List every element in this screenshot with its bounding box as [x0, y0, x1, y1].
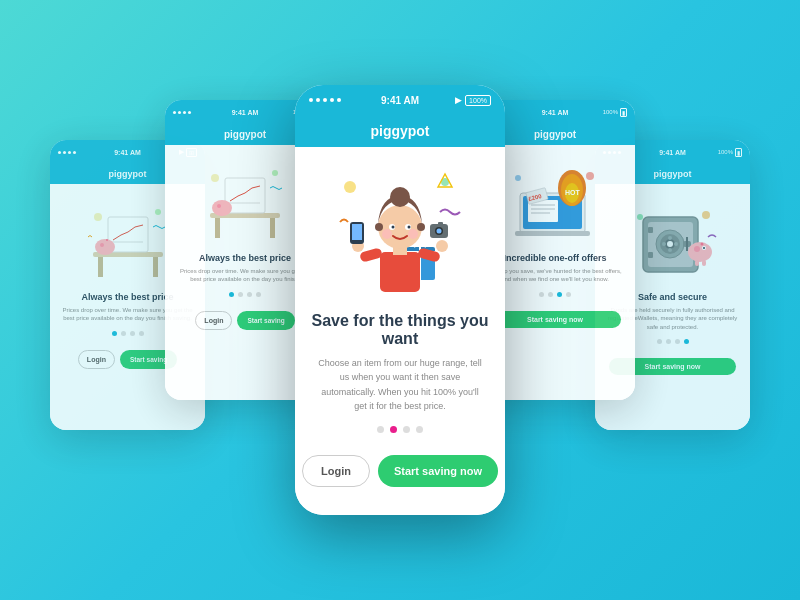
signal-dots	[309, 98, 341, 102]
svg-point-9	[106, 241, 112, 245]
time: 9:41 AM	[232, 109, 259, 116]
svg-point-32	[436, 240, 448, 252]
svg-point-8	[100, 243, 104, 247]
svg-rect-52	[515, 231, 590, 236]
pagination	[539, 292, 571, 297]
svg-rect-81	[695, 260, 699, 266]
svg-rect-44	[352, 224, 362, 240]
svg-text:HOT: HOT	[565, 189, 581, 196]
main-screen-title: Save for the things you want	[310, 312, 490, 348]
svg-point-76	[694, 246, 700, 252]
screen-title: Incredible one-off offers	[503, 253, 606, 263]
svg-point-65	[586, 172, 594, 180]
svg-point-85	[667, 241, 673, 247]
pagination	[229, 292, 261, 297]
main-app-title: piggypot	[295, 115, 505, 147]
svg-point-49	[375, 223, 383, 231]
main-button-area: Login Start saving now	[310, 445, 490, 497]
svg-rect-28	[380, 252, 420, 292]
screen-title: Always the best price	[199, 253, 291, 263]
svg-point-88	[662, 242, 666, 246]
svg-point-40	[408, 226, 411, 229]
svg-point-18	[212, 200, 232, 216]
svg-point-21	[344, 181, 356, 193]
svg-point-50	[417, 223, 425, 231]
svg-point-89	[674, 242, 678, 246]
deals-illustration: £200 HOT	[510, 158, 600, 248]
login-button[interactable]: Login	[195, 311, 232, 330]
svg-rect-4	[153, 257, 158, 277]
battery-icon: 100%	[465, 95, 491, 106]
svg-rect-82	[702, 260, 706, 266]
svg-point-42	[408, 229, 418, 239]
main-illustration	[330, 162, 470, 302]
svg-rect-48	[438, 222, 443, 225]
safe-illustration	[628, 197, 718, 287]
svg-point-80	[703, 247, 705, 249]
svg-point-19	[217, 204, 221, 208]
time: 9:41 AM	[542, 109, 569, 116]
svg-point-47	[437, 229, 442, 234]
main-pagination	[377, 426, 423, 433]
main-status-bar: 9:41 AM ▶ 100%	[295, 85, 505, 115]
svg-rect-15	[270, 218, 275, 238]
svg-point-34	[378, 205, 422, 249]
main-content: Save for the things you want Choose an i…	[295, 147, 505, 515]
pagination	[657, 339, 689, 344]
svg-point-7	[95, 239, 115, 255]
login-button[interactable]: Login	[78, 350, 115, 369]
svg-rect-74	[648, 252, 653, 258]
main-login-button[interactable]: Login	[302, 455, 370, 487]
time: 9:41 AM	[659, 149, 686, 156]
svg-point-75	[688, 242, 712, 262]
main-time: 9:41 AM	[381, 95, 419, 106]
svg-point-83	[637, 214, 643, 220]
main-screen-desc: Choose an item from our huge range, tell…	[310, 356, 490, 414]
svg-rect-73	[648, 227, 653, 233]
svg-point-11	[211, 174, 219, 182]
svg-point-84	[702, 211, 710, 219]
start-saving-button[interactable]: Start saving	[237, 311, 294, 330]
phones-container: 9:41 AM ▶ ⊞ piggypot	[20, 20, 780, 580]
svg-point-0	[94, 213, 102, 221]
screen-title: Safe and secure	[638, 292, 707, 302]
screen-title: Always the best price	[81, 292, 173, 302]
pagination	[112, 331, 144, 336]
time: 9:41 AM	[114, 149, 141, 156]
svg-point-10	[106, 239, 108, 241]
right-status-icons: ▶ 100%	[455, 95, 491, 106]
phone-main: 9:41 AM ▶ 100% piggypot	[295, 85, 505, 515]
svg-point-86	[668, 236, 672, 240]
screen-illustration	[200, 158, 290, 248]
svg-point-78	[700, 243, 703, 246]
svg-point-39	[392, 226, 395, 229]
svg-rect-14	[215, 218, 220, 238]
svg-point-41	[382, 229, 392, 239]
svg-point-64	[515, 175, 521, 181]
main-start-saving-button[interactable]: Start saving now	[378, 455, 498, 487]
wifi-icon: ▶	[455, 95, 462, 105]
start-saving-button[interactable]: Start saving now	[489, 311, 621, 328]
svg-point-87	[668, 248, 672, 252]
svg-point-1	[155, 209, 161, 215]
screen-illustration	[83, 197, 173, 287]
svg-rect-36	[395, 192, 405, 204]
svg-rect-3	[98, 257, 103, 277]
svg-point-12	[272, 170, 278, 176]
svg-point-20	[223, 202, 229, 206]
